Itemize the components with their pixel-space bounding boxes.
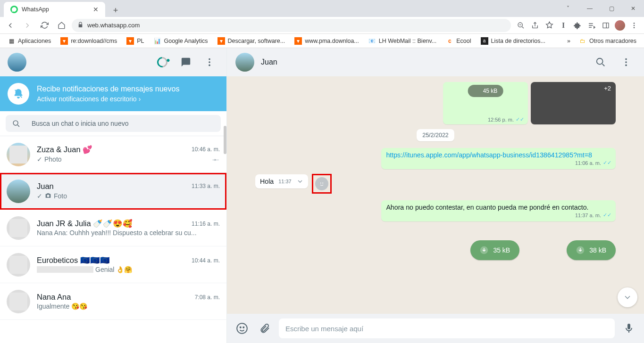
chat-list[interactable]: Zuza & Juan 💕10:46 a. m. ✓Photo Juan11:3…: [0, 136, 226, 343]
chevron-down-icon[interactable]: ˅: [557, 0, 579, 17]
apps-button[interactable]: ▦Aplicaciones: [4, 35, 55, 47]
forward-button[interactable]: [21, 19, 34, 32]
search-icon: [12, 120, 20, 128]
close-window-button[interactable]: ✕: [622, 0, 644, 17]
extensions-icon[interactable]: [571, 19, 584, 32]
svg-point-20: [243, 327, 244, 328]
svg-point-8: [13, 121, 18, 125]
menu-button[interactable]: [200, 53, 219, 72]
bookmark-item[interactable]: 📧LH WebMail :: Bienv...: [365, 35, 441, 47]
profile-avatar[interactable]: [614, 19, 626, 32]
svg-point-18: [237, 323, 247, 334]
check-icon: ✓: [37, 155, 42, 163]
contact-name[interactable]: Juan: [261, 58, 585, 66]
svg-point-7: [209, 65, 210, 66]
reload-button[interactable]: [38, 19, 51, 32]
svg-rect-1: [603, 23, 609, 28]
status-ring-icon: [155, 55, 170, 70]
chat-name: Nana Ana: [37, 293, 71, 302]
attach-button[interactable]: [256, 320, 273, 337]
bookmark-item[interactable]: ▾Descargar, software...: [214, 35, 289, 47]
notice-subtitle: Activar notificaciones de escritorio: [37, 95, 137, 104]
download-button[interactable]: 38 kB: [567, 240, 616, 260]
emoji-face-icon[interactable]: [315, 177, 328, 190]
scroll-to-bottom-button[interactable]: [618, 287, 637, 307]
mail-icon: 📧: [368, 37, 376, 45]
attachment-group[interactable]: 45 kB 12:56 p. m.✓✓ +2: [443, 82, 616, 124]
my-avatar[interactable]: [8, 53, 26, 72]
message-out[interactable]: https://itunes.apple.com/app/whatsapp-bu…: [381, 148, 616, 169]
other-bookmarks[interactable]: 🗀Otros marcadores: [575, 35, 640, 47]
search-in-chat-button[interactable]: [591, 53, 610, 72]
emoji-button[interactable]: [234, 320, 251, 337]
conversation-header: Juan: [227, 48, 644, 76]
chat-avatar: [7, 180, 30, 203]
bookmark-item[interactable]: ▾www.pma.downloa...: [291, 35, 363, 47]
browser-tab[interactable]: WhatsApp ✕: [4, 2, 105, 17]
window-controls: ˅ — ▢ ✕: [557, 0, 644, 17]
chat-preview: Photo: [44, 155, 62, 163]
sidepanel-icon[interactable]: [600, 19, 612, 32]
message-link[interactable]: https://itunes.apple.com/app/whatsapp-bu…: [386, 151, 592, 159]
chat-avatar: [7, 143, 30, 166]
apps-label: Aplicaciones: [18, 38, 51, 44]
reaction-highlight[interactable]: [312, 174, 332, 194]
new-tab-button[interactable]: +: [109, 4, 122, 17]
lock-icon: [77, 22, 84, 29]
message-in[interactable]: Hola 11:37: [255, 174, 308, 188]
scrollbar[interactable]: [224, 126, 226, 154]
bookmark-item[interactable]: cEcool: [442, 35, 475, 47]
share-icon[interactable]: [529, 19, 541, 32]
message-out[interactable]: Ahora no puedo contestar, en cuanto pued…: [381, 200, 616, 221]
chat-avatar: [7, 216, 30, 240]
mic-button[interactable]: [620, 320, 637, 337]
chat-item[interactable]: Juan JR & Julia 🍼🍼😍🥰11:16 a. m. Nana Ana…: [0, 210, 226, 246]
ext-icon-1[interactable]: I: [557, 19, 569, 32]
chat-item[interactable]: Eurobeticos 🇪🇺🇪🇺🇪🇺10:44 a. m. Genial 👌🤗: [0, 246, 226, 283]
address-bar[interactable]: web.whatsapp.com: [72, 19, 511, 32]
tab-title: WhatsApp: [22, 6, 49, 13]
chrome-menu-icon[interactable]: [628, 19, 640, 32]
chat-menu-button[interactable]: [617, 53, 636, 72]
chat-item[interactable]: Nana Ana7:08 a. m. Igualmente 😘😘: [0, 283, 226, 320]
svg-point-2: [634, 23, 635, 24]
star-icon[interactable]: [543, 19, 555, 32]
maximize-button[interactable]: ▢: [601, 0, 622, 17]
chat-name: Juan JR & Julia 🍼🍼😍🥰: [37, 219, 133, 228]
attachment-count: +2: [604, 85, 611, 92]
bookmark-item[interactable]: ▾PL: [123, 35, 148, 47]
bookmarks-more[interactable]: »: [567, 38, 570, 44]
chat-item-selected[interactable]: Juan11:33 a. m. ✓Foto: [0, 173, 226, 210]
svg-point-13: [318, 180, 325, 188]
messages-area[interactable]: 45 kB 12:56 p. m.✓✓ +2 25/2/2022 https:/…: [227, 76, 644, 314]
notifications-banner[interactable]: Recibe notificaciones de mensajes nuevos…: [0, 76, 226, 111]
back-button[interactable]: [4, 19, 17, 32]
status-button[interactable]: [153, 53, 172, 72]
bookmark-item[interactable]: ▾re:download//cms: [57, 35, 121, 47]
new-chat-button[interactable]: [176, 53, 195, 72]
message-time: 11:37: [278, 179, 292, 184]
search-input[interactable]: Busca un chat o inicia uno nuevo: [6, 115, 221, 132]
attachment-thumb[interactable]: 45 kB 12:56 p. m.✓✓: [443, 82, 528, 124]
bookmark-item[interactable]: 📊Google Analytics: [150, 35, 211, 47]
zoom-icon[interactable]: [515, 19, 527, 32]
folder-icon: 🗀: [579, 37, 586, 45]
message-text: Hola: [260, 178, 274, 185]
bookmark-icon: ▾: [126, 37, 134, 45]
bookmark-icon: c: [446, 37, 453, 45]
bookmark-icon: ▾: [217, 37, 225, 45]
attachment-thumb-more[interactable]: +2: [531, 82, 616, 124]
chevron-down-icon[interactable]: [296, 178, 304, 185]
chat-item[interactable]: Zuza & Juan 💕10:46 a. m. ✓Photo: [0, 136, 226, 173]
bookmark-icon: ▾: [294, 37, 302, 45]
bookmark-item[interactable]: aLista de directorios...: [477, 35, 549, 47]
analytics-icon: 📊: [153, 37, 161, 45]
download-buttons-row: 35 kB 38 kB: [470, 240, 616, 260]
download-button[interactable]: 35 kB: [470, 240, 519, 260]
playlist-icon[interactable]: [585, 19, 598, 32]
contact-avatar[interactable]: [235, 53, 254, 72]
minimize-button[interactable]: —: [579, 0, 601, 17]
close-icon[interactable]: ✕: [93, 6, 99, 13]
message-input[interactable]: Escribe un mensaje aquí: [279, 318, 615, 338]
home-button[interactable]: [55, 19, 68, 32]
